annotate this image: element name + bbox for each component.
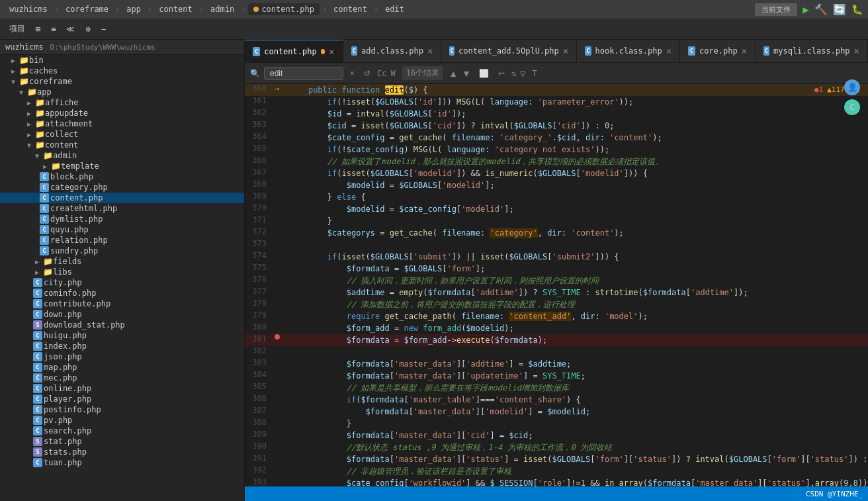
sidebar-item-down[interactable]: C down.php — [0, 309, 244, 320]
debug-button[interactable]: 🐛 — [851, 4, 863, 15]
toolbar-icon-collapse[interactable]: ≪ — [62, 23, 79, 35]
tab-close-button[interactable]: × — [742, 46, 747, 56]
sidebar-item-app[interactable]: ▼ 📁 app — [0, 87, 244, 97]
sidebar-label: postinfo.php — [44, 405, 101, 414]
sidebar-item-relation[interactable]: C relation.php — [0, 235, 244, 246]
sidebar-item-download-stat[interactable]: S download_stat.php — [0, 320, 244, 330]
sidebar-item-template[interactable]: ▶ 📁 template — [0, 161, 244, 171]
project-label[interactable]: 项目 — [5, 22, 29, 36]
line-number: 374 — [245, 251, 275, 260]
line-content: if(!$cate_config) MSG(L( language: 'cate… — [284, 144, 868, 156]
line-number: 388 — [245, 418, 275, 427]
current-file-button[interactable]: 当前文件 — [755, 3, 797, 16]
code-line-385: 385 // 如果是共享模型，那么需要在将字段modelid增加到数据库 — [245, 382, 868, 394]
sidebar-item-content-php[interactable]: C content.php — [0, 193, 244, 203]
sidebar-item-appupdate[interactable]: ▶ 📁 appupdate — [0, 108, 244, 118]
search-next-button[interactable]: ▼ — [460, 67, 472, 80]
toolbar-icon-grid[interactable]: ⊞ — [32, 23, 44, 35]
search-prev-button[interactable]: ▲ — [447, 67, 459, 80]
sidebar-item-fields[interactable]: ▶ 📁 fields — [0, 256, 244, 267]
titlebar-active-tab[interactable]: content.php — [248, 3, 319, 15]
titlebar-content[interactable]: content — [155, 3, 196, 15]
sidebar-label-bin: bin — [29, 56, 44, 65]
titlebar-coreframe[interactable]: coreframe — [62, 3, 112, 15]
chevron-down-icon-coreframe: ▼ — [8, 78, 19, 85]
titlebar-content2[interactable]: content — [329, 3, 371, 15]
line-content: $addtime = empty($formdata['addtime']) ?… — [284, 287, 868, 298]
sidebar-item-dymlist[interactable]: C dymlist.php — [0, 214, 244, 224]
sidebar-item-createhtml[interactable]: C createhtml.php — [0, 203, 244, 214]
tab-core[interactable]: C core.php × — [680, 40, 756, 62]
titlebar-app[interactable]: app — [122, 3, 145, 15]
avatar-2[interactable]: C — [844, 99, 860, 115]
sidebar-item-category[interactable]: C category.php — [0, 182, 244, 193]
toolbar-icon-minus[interactable]: − — [97, 23, 110, 35]
sidebar-item-admin[interactable]: ▼ 📁 admin — [0, 150, 244, 161]
sidebar-item-bin[interactable]: ▶ 📁 bin — [0, 55, 244, 66]
tab-content-add[interactable]: C content_add.5OplU.php × — [441, 40, 577, 62]
sidebar-item-block[interactable]: C block.php — [0, 171, 244, 182]
tab-mysqli[interactable]: C mysqli.class.php × — [756, 40, 868, 62]
sidebar-item-search[interactable]: C search.php — [0, 426, 244, 436]
titlebar-actions: 当前文件 ▶ 🔨 🔄 🐛 — [755, 3, 863, 16]
sidebar-item-index[interactable]: C index.php — [0, 341, 244, 351]
sidebar-item-contribute[interactable]: C contribute.php — [0, 298, 244, 309]
titlebar-edit[interactable]: edit — [381, 3, 408, 15]
sidebar-item-affiche[interactable]: ▶ 📁 affiche — [0, 97, 244, 108]
sidebar-item-online[interactable]: C online.php — [0, 383, 244, 394]
tab-content-php[interactable]: C content.php × — [245, 40, 343, 62]
sidebar-item-pv[interactable]: C pv.php — [0, 415, 244, 426]
sidebar-item-cominfo[interactable]: C cominfo.php — [0, 288, 244, 298]
titlebar-wuzhicms[interactable]: wuzhicms — [5, 3, 52, 15]
tab-close-button[interactable]: × — [854, 46, 859, 56]
sidebar-item-huigu[interactable]: C huigu.php — [0, 330, 244, 341]
sidebar-item-postinfo[interactable]: C postinfo.php — [0, 404, 244, 415]
sidebar-item-sundry[interactable]: C sundry.php — [0, 246, 244, 256]
tab-hook[interactable]: C hook.class.php × — [577, 40, 680, 62]
toolbar-icon-list[interactable]: ≡ — [47, 23, 60, 35]
build-button[interactable]: 🔨 — [814, 3, 828, 16]
sidebar-item-coreframe[interactable]: ▼ 📁 coreframe — [0, 76, 244, 87]
run-button[interactable]: ▶ — [803, 3, 809, 16]
search-wrap-button[interactable]: ↩ — [496, 68, 507, 79]
titlebar-admin[interactable]: admin — [206, 3, 238, 15]
sidebar-item-map[interactable]: C map.php — [0, 362, 244, 373]
sidebar-item-content[interactable]: ▼ 📁 content — [0, 140, 244, 150]
sidebar-item-libs[interactable]: ▶ 📁 libs — [0, 267, 244, 277]
search-expand-button[interactable]: ⬜ — [476, 68, 492, 79]
main-layout: wuzhicms D:\phpStudy\WWW\wuzhicms ▶ 📁 bi… — [0, 40, 868, 501]
title-sep-4: › — [241, 5, 245, 14]
sidebar-item-quyu[interactable]: C quyu.php — [0, 224, 244, 235]
code-line-378: 378 // 添加数据之前，将用户提交的数据按照字段的配置，进行处理 — [245, 298, 868, 310]
avatar-1[interactable]: 👤 — [844, 79, 860, 95]
tab-close-button[interactable]: × — [666, 46, 672, 56]
sidebar-item-tuan[interactable]: C tuan.php — [0, 457, 244, 468]
tab-close-button[interactable]: × — [563, 46, 568, 56]
sync-button[interactable]: 🔄 — [833, 3, 846, 16]
sidebar-item-stats[interactable]: S stats.php — [0, 447, 244, 457]
title-bar: wuzhicms › coreframe › app › content › a… — [0, 0, 868, 19]
search-input[interactable] — [264, 67, 343, 80]
code-editor[interactable]: 360 → public function edit($) { ●1 ▲117 … — [245, 84, 868, 486]
sidebar-label: content.php — [50, 193, 103, 203]
sidebar-item-mec[interactable]: C mec.php — [0, 373, 244, 383]
tab-label: content_add.5OplU.php — [458, 46, 559, 56]
line-content: $formdata['master_data']['cid'] = $cid; — [284, 430, 868, 441]
search-clear-button[interactable]: × — [347, 68, 357, 79]
search-refresh-button[interactable]: ↺ — [361, 68, 373, 79]
sidebar-item-attachment[interactable]: ▶ 📁 attachment — [0, 118, 244, 129]
sidebar-item-caches[interactable]: ▶ 📁 caches — [0, 66, 244, 76]
sidebar-item-collect[interactable]: ▶ 📁 collect — [0, 129, 244, 140]
line-number: 392 — [245, 465, 275, 475]
sidebar-item-player[interactable]: C player.php — [0, 394, 244, 404]
sidebar-label-app: app — [37, 87, 52, 97]
sidebar-item-stat[interactable]: S stat.php — [0, 436, 244, 447]
tab-add-class[interactable]: C add.class.php × — [343, 40, 442, 62]
tab-close-button[interactable]: × — [329, 47, 334, 56]
sidebar-item-json[interactable]: C json.php — [0, 351, 244, 362]
sidebar-item-city[interactable]: C city.php — [0, 277, 244, 288]
bookmark-arrow-icon: → — [275, 84, 279, 93]
chevron-right-icon: ▶ — [32, 258, 42, 265]
toolbar-icon-settings[interactable]: ⚙ — [81, 23, 94, 35]
tab-close-button[interactable]: × — [427, 46, 433, 56]
